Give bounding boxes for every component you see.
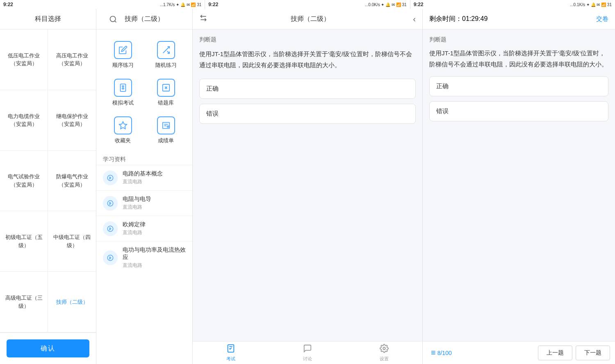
main-panels: 科目选择 低压电工作业（安监局）高压电工作业（安监局）电力电缆作业（安监局）继电… [0, 9, 615, 364]
practice-icon-1 [157, 41, 175, 59]
svg-point-6 [122, 88, 124, 89]
tab-考试[interactable]: 考试 [193, 341, 269, 364]
svg-point-16 [107, 175, 113, 181]
status-bar-1: 9:22 ...1.7K/s ✦ 🔔 ✉ 📶 31 [0, 0, 205, 9]
svg-marker-11 [119, 122, 126, 129]
panel1-header: 科目选择 [0, 9, 96, 30]
panel3-header: 技师（二级） ‹ [193, 9, 422, 30]
practice-icon-4 [114, 116, 132, 134]
timer-text: 剩余时间：01:29:49 [429, 15, 487, 23]
practice-icon-3 [157, 79, 175, 97]
svg-point-19 [107, 255, 113, 261]
confirm-button[interactable]: 确认 [7, 339, 89, 357]
signal-3: ...0.1K/s ✦ 🔔 ✉ 📶 31 [570, 2, 612, 7]
practice-item-0[interactable]: 顺序练习 [101, 36, 144, 74]
svg-point-17 [107, 200, 113, 206]
panel2-header: 技师（二级） [96, 9, 192, 30]
next-button[interactable]: 下一题 [576, 346, 610, 360]
subject-item-3[interactable]: 继电保护作业（安监局） [48, 90, 96, 151]
signal-1: ...1.7K/s ✦ 🔔 ✉ 📶 31 [160, 2, 202, 7]
panel4-footer: ≡ 8/100 上一题 下一题 [423, 341, 615, 364]
practice-icon-2 [114, 79, 132, 97]
prev-button[interactable]: 上一题 [538, 346, 572, 360]
panel4-content: 判断题 使用JT-1型晶体管图示仪，当阶梯选择开关置于'毫安/级'位置时，阶梯信… [423, 30, 615, 341]
subject-item-1[interactable]: 高压电工作业（安监局） [48, 30, 96, 90]
card-count: 8/100 [437, 350, 452, 356]
svg-point-22 [383, 347, 385, 350]
card-counter: ≡ 8/100 [428, 348, 455, 357]
panel1-title: 科目选择 [35, 15, 61, 23]
practice-icon-0 [114, 41, 132, 59]
panel4-answer-options: 正确错误 [429, 76, 608, 121]
search-button[interactable] [107, 13, 120, 26]
study-material-1[interactable]: 电阻与电导 直流电路 [96, 190, 192, 216]
answer-options: 正确错误 [199, 79, 416, 124]
panel4-option-0[interactable]: 正确 [429, 76, 608, 96]
tab-讨论[interactable]: 讨论 [269, 341, 346, 364]
tab-设置[interactable]: 设置 [346, 341, 422, 364]
panel3-title: 技师（二级） [291, 15, 330, 23]
status-bars: 9:22 ...1.7K/s ✦ 🔔 ✉ 📶 31 9:22 ...0.0K/s… [0, 0, 615, 9]
study-icon-0 [103, 171, 118, 185]
study-text-2: 欧姆定律 直流电路 [123, 221, 146, 236]
practice-item-1[interactable]: 随机练习 [144, 36, 187, 74]
subject-item-9[interactable]: 技师（二级） [48, 272, 96, 332]
tab-label-2: 设置 [380, 356, 389, 362]
tab-icon-0 [226, 344, 235, 355]
study-text-1: 电阻与电导 直流电路 [123, 196, 151, 211]
practice-item-5[interactable]: 成绩单 [144, 111, 187, 149]
subject-item-2[interactable]: 电力电缆作业（安监局） [0, 90, 48, 151]
svg-point-15 [167, 126, 169, 127]
tab-label-0: 考试 [226, 356, 235, 362]
panel2-title: 技师（二级） [125, 15, 164, 23]
subject-item-5[interactable]: 防爆电气作业（安监局） [48, 151, 96, 212]
practice-item-2[interactable]: 模拟考试 [101, 74, 144, 111]
panel4-question-text: 使用JT-1型晶体管图示仪，当阶梯选择开关置于'毫安/级'位置时，阶梯信号不会通… [429, 48, 608, 70]
transfer-icon[interactable] [199, 14, 207, 24]
panel3-content: 判断题 使用JT-1型晶体管图示仪，当阶梯选择开关置于'毫安/级'位置时，阶梯信… [193, 30, 422, 341]
status-bar-3: 9:22 ...0.1K/s ✦ 🔔 ✉ 📶 31 [410, 0, 615, 9]
time-2: 9:22 [208, 2, 218, 7]
tab-icon-1 [303, 344, 312, 355]
submit-button[interactable]: 交卷 [596, 15, 608, 23]
exam-panel: 技师（二级） ‹ 判断题 使用JT-1型晶体管图示仪，当阶梯选择开关置于'毫安/… [193, 9, 422, 364]
question-text: 使用JT-1型晶体管图示仪，当阶梯选择开关置于'毫安/级'位置时，阶梯信号不会通… [199, 48, 416, 71]
time-3: 9:22 [414, 2, 424, 7]
practice-label-3: 错题库 [158, 99, 174, 107]
practice-item-3[interactable]: 错题库 [144, 74, 187, 111]
svg-point-18 [107, 226, 113, 232]
signal-2: ...0.0K/s ✦ 🔔 ✉ 📶 31 [365, 2, 407, 7]
subject-item-0[interactable]: 低压电工作业（安监局） [0, 30, 48, 90]
back-button[interactable]: ‹ [413, 14, 416, 24]
study-material-0[interactable]: 电路的基本概念 直流电路 [96, 165, 192, 190]
practice-grid: 顺序练习 随机练习 模拟考试 错题库 收藏夹 成绩单 [96, 30, 192, 152]
practice-item-4[interactable]: 收藏夹 [101, 111, 144, 149]
time-1: 9:22 [3, 2, 13, 7]
practice-label-0: 顺序练习 [112, 61, 134, 69]
svg-point-0 [110, 16, 116, 21]
panel4-option-1[interactable]: 错误 [429, 101, 608, 121]
status-bar-2: 9:22 ...0.0K/s ✦ 🔔 ✉ 📶 31 [205, 0, 410, 9]
tab-label-1: 讨论 [303, 356, 312, 362]
study-materials: 电路的基本概念 直流电路 电阻与电导 直流电路 [96, 165, 192, 274]
subject-item-6[interactable]: 初级电工证（五级） [0, 211, 48, 272]
practice-label-5: 成绩单 [158, 137, 174, 144]
subject-item-7[interactable]: 中级电工证（四级） [48, 211, 96, 272]
study-icon-1 [103, 196, 118, 211]
option-1[interactable]: 错误 [199, 104, 416, 124]
panel4-header: 剩余时间：01:29:49 交卷 [423, 9, 615, 30]
study-material-2[interactable]: 欧姆定律 直流电路 [96, 216, 192, 241]
svg-line-1 [115, 20, 116, 22]
panel4-question-type: 判断题 [429, 36, 608, 43]
option-0[interactable]: 正确 [199, 79, 416, 99]
tab-icon-2 [380, 344, 389, 355]
timer-panel: 剩余时间：01:29:49 交卷 判断题 使用JT-1型晶体管图示仪，当阶梯选择… [422, 9, 615, 364]
question-type: 判断题 [199, 36, 416, 43]
study-text-3: 电功与电功率及电流热效应 直流电路 [123, 246, 186, 269]
subject-item-8[interactable]: 高级电工证（三级） [0, 272, 48, 332]
subject-item-4[interactable]: 电气试验作业（安监局） [0, 151, 48, 212]
study-text-0: 电路的基本概念 直流电路 [123, 170, 163, 185]
panel1-footer: 确认 [0, 332, 96, 364]
practice-panel: 技师（二级） 顺序练习 随机练习 模拟考试 错题库 收藏夹 成绩单 学习资料 [96, 9, 193, 364]
study-material-3[interactable]: 电功与电功率及电流热效应 直流电路 [96, 241, 192, 274]
